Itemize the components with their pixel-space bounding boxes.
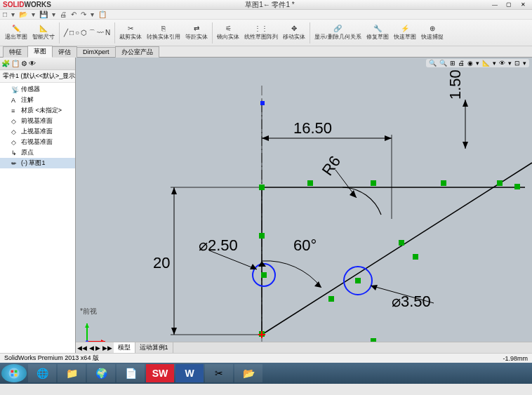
status-bar: SolidWorks Premium 2013 x64 版 -1.98mm <box>0 353 532 363</box>
tree-item-label: 右视基准面 <box>21 138 53 147</box>
sketch-point[interactable] <box>260 101 265 105</box>
feature-tree-panel: 🧩 📋 ⚙ 👁 零件1 (默认<<默认>_显示状态 📡传感器A注解≡材质 <未指… <box>0 58 76 353</box>
ribbon-group[interactable]: 📐智能尺寸 <box>30 21 57 45</box>
ribbon-group[interactable]: ╱□○⬡⌒〰N <box>62 21 112 45</box>
ribbon-tab[interactable]: 特征 <box>3 46 28 58</box>
tree-item-icon: 📡 <box>11 86 18 93</box>
svg-rect-35 <box>399 240 404 246</box>
tree-item-icon: ↳ <box>11 149 18 156</box>
main-area: 🧩 📋 ⚙ 👁 零件1 (默认<<默认>_显示状态 📡传感器A注解≡材质 <未指… <box>0 58 532 353</box>
tree-item-icon: ◇ <box>11 139 18 146</box>
svg-rect-52 <box>11 374 14 377</box>
svg-rect-51 <box>15 370 18 373</box>
ribbon-icon: ✂ <box>128 25 133 32</box>
svg-rect-41 <box>514 184 520 189</box>
ribbon-group[interactable]: ⚟镜向实体 <box>215 21 241 45</box>
ribbon-group[interactable]: ✥移动实体 <box>281 21 307 45</box>
logo-solid: SOLID <box>3 1 25 8</box>
qat-button[interactable]: ▾ <box>32 11 35 18</box>
qat-button[interactable]: 🖨 <box>60 11 67 18</box>
taskbar-app[interactable]: 🌍 <box>87 364 115 382</box>
ribbon-group[interactable]: ✏️退出草图 <box>3 21 29 45</box>
feature-tree-item[interactable]: ◇上视基准面 <box>0 126 75 137</box>
svg-marker-8 <box>463 100 468 107</box>
ribbon-tab[interactable]: 草图 <box>27 46 53 58</box>
dim-20[interactable]: 20 <box>153 187 262 335</box>
tree-item-icon: ≡ <box>11 107 18 114</box>
taskbar-app[interactable]: W <box>175 364 204 382</box>
ribbon-group[interactable]: ✂裁剪实体 <box>117 21 144 45</box>
qat-button[interactable]: ▾ <box>11 11 15 18</box>
taskbar-app[interactable]: 📄 <box>117 364 145 382</box>
dim-1-50[interactable]: 1.50 <box>446 69 468 149</box>
start-button[interactable] <box>1 364 27 382</box>
minimize-button[interactable]: — <box>488 1 501 8</box>
graphics-canvas[interactable]: 🔍🔍⊞🖨◉▾📐▾👁▾⊡▾ 16.50 <box>76 58 532 353</box>
qat-button[interactable]: 📋 <box>98 11 107 18</box>
qat-button[interactable]: ↷ <box>81 11 86 18</box>
svg-text:⌀2.50: ⌀2.50 <box>199 236 238 254</box>
ft-tab-icon[interactable]: 👁 <box>29 60 36 67</box>
ribbon-separator <box>59 22 60 43</box>
svg-marker-22 <box>171 187 177 194</box>
model-tabs-nav[interactable]: ◀◀ ◀ ▶ ▶▶ <box>76 344 114 352</box>
ribbon-icon: ⊕ <box>430 25 435 32</box>
ribbon-tab[interactable]: 评估 <box>52 46 77 58</box>
dim-d3-50[interactable]: ⌀3.50 <box>371 285 434 310</box>
ribbon-group[interactable]: ⋮⋮线性草图阵列 <box>242 21 280 45</box>
svg-rect-53 <box>15 374 18 377</box>
model-tab[interactable]: 运动算例1 <box>135 342 173 353</box>
ribbon-group[interactable]: 🔧修复草图 <box>364 21 391 45</box>
feature-tree-item[interactable]: 📡传感器 <box>0 84 75 95</box>
qat-button[interactable]: 📂 <box>19 11 27 18</box>
ribbon-separator <box>212 22 213 43</box>
ribbon-icon: 🔗 <box>333 25 342 32</box>
feature-tree-item[interactable]: ✏(-) 草图1 <box>0 158 75 168</box>
sketch-arc-r6[interactable] <box>343 187 381 215</box>
ribbon-icon: ⌒ <box>88 29 95 36</box>
ribbon-tab[interactable]: 办公室产品 <box>115 46 159 58</box>
ribbon-icon: ✏️ <box>12 25 20 32</box>
taskbar-app[interactable]: SW <box>146 364 174 382</box>
feature-tree-item[interactable]: ≡材质 <未指定> <box>0 105 75 116</box>
taskbar-app[interactable]: 📂 <box>234 364 262 382</box>
svg-marker-14 <box>314 281 321 288</box>
svg-rect-36 <box>413 254 418 260</box>
ribbon-group[interactable]: 🔗显示/删除几何关系 <box>312 21 363 45</box>
taskbar-app[interactable]: ✂ <box>205 364 233 382</box>
tree-item-icon: ◇ <box>11 118 18 125</box>
qat-button[interactable]: ▾ <box>52 11 55 18</box>
taskbar-app[interactable]: 🌐 <box>28 364 56 382</box>
qat-button[interactable]: ▾ <box>91 11 94 18</box>
ribbon-group[interactable]: ⚡快速草图 <box>392 21 418 45</box>
feature-tree-root[interactable]: 零件1 (默认<<默认>_显示状态 <box>0 70 75 83</box>
ribbon-group[interactable]: ⊕快速捕捉 <box>419 21 446 45</box>
svg-rect-40 <box>328 296 334 302</box>
ribbon-group[interactable]: ⇄等距实体 <box>183 21 210 45</box>
qat-button[interactable]: 💾 <box>39 11 48 18</box>
ribbon-icon: □ <box>69 29 74 36</box>
ribbon-label: 显示/删除几何关系 <box>314 33 361 41</box>
ft-tab-icon[interactable]: ⚙ <box>21 60 27 67</box>
feature-tree-item[interactable]: A注解 <box>0 95 75 105</box>
ribbon-icon: ⚟ <box>225 25 232 32</box>
maximize-button[interactable]: ▢ <box>503 1 515 8</box>
feature-tree-item[interactable]: ↳原点 <box>0 147 75 158</box>
ft-tab-icon[interactable]: 📋 <box>11 60 20 67</box>
qat-button[interactable]: ↶ <box>71 11 77 18</box>
ribbon-group[interactable]: ⎘转换实体引用 <box>145 21 182 45</box>
dim-60deg[interactable]: 60° <box>258 236 321 288</box>
dim-d2-50[interactable]: ⌀2.50 <box>199 236 257 269</box>
taskbar-app[interactable]: 📁 <box>58 364 86 382</box>
model-tab[interactable]: 模型 <box>114 342 135 353</box>
qat-button[interactable]: □ <box>3 11 7 18</box>
feature-tree-item[interactable]: ◇右视基准面 <box>0 137 75 147</box>
close-button[interactable]: ✕ <box>517 1 529 8</box>
dim-r6[interactable]: R6 <box>319 152 357 198</box>
ft-tab-icon[interactable]: 🧩 <box>1 60 10 67</box>
ribbon-tab[interactable]: DimXpert <box>77 47 116 56</box>
sketch-svg: 16.50 1.50 R6 60° <box>76 58 532 353</box>
document-title: 草图1← 零件1 * <box>51 0 488 10</box>
ribbon-icon: ⬡ <box>81 29 87 36</box>
feature-tree-item[interactable]: ◇前视基准面 <box>0 116 75 126</box>
